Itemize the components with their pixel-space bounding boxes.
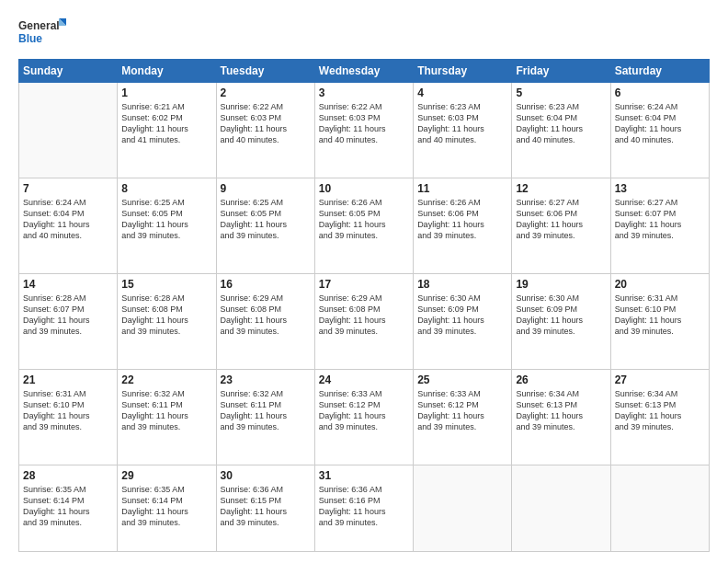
cell-line: Sunset: 6:04 PM [615,112,705,123]
cell-line: and 39 minutes. [23,326,113,337]
cell-line: Sunset: 6:06 PM [417,208,507,219]
cell-line: Daylight: 11 hours [121,315,211,326]
cell-line: Sunrise: 6:30 AM [417,293,507,304]
table-row: 8Sunrise: 6:25 AMSunset: 6:05 PMDaylight… [118,178,216,273]
day-number: 28 [23,469,113,482]
cell-line: Daylight: 11 hours [23,410,113,421]
cell-line: and 39 minutes. [417,230,507,241]
cell-line: and 39 minutes. [121,230,211,241]
cell-line: Daylight: 11 hours [121,123,211,134]
cell-line: Sunset: 6:08 PM [319,304,409,315]
cell-line: Sunset: 6:07 PM [23,304,113,315]
col-header-tuesday: Tuesday [216,60,314,83]
table-row: 22Sunrise: 6:32 AMSunset: 6:11 PMDayligh… [118,369,216,465]
cell-line: and 40 minutes. [221,134,311,145]
cell-line: Daylight: 11 hours [615,219,705,230]
cell-line: Daylight: 11 hours [319,506,409,517]
day-number: 11 [417,182,507,195]
table-row: 30Sunrise: 6:36 AMSunset: 6:15 PMDayligh… [216,465,314,551]
cell-line: Sunset: 6:11 PM [121,399,211,410]
header: General Blue [18,17,710,50]
table-row: 1Sunrise: 6:21 AMSunset: 6:02 PMDaylight… [118,83,216,178]
cell-line: and 39 minutes. [417,421,507,432]
cell-line: Sunset: 6:08 PM [121,304,211,315]
day-number: 4 [417,86,507,99]
cell-line: Daylight: 11 hours [615,410,705,421]
cell-line: and 39 minutes. [417,326,507,337]
col-header-thursday: Thursday [414,60,512,83]
table-row: 26Sunrise: 6:34 AMSunset: 6:13 PMDayligh… [512,369,610,465]
cell-line: Sunrise: 6:31 AM [23,388,113,399]
day-number: 6 [615,86,705,99]
day-number: 16 [221,278,311,291]
cell-line: Sunrise: 6:36 AM [319,484,409,495]
cell-line: Daylight: 11 hours [121,410,211,421]
day-number: 5 [516,86,606,99]
day-number: 19 [516,278,606,291]
cell-line: Sunrise: 6:22 AM [221,101,311,112]
table-row: 21Sunrise: 6:31 AMSunset: 6:10 PMDayligh… [19,369,118,465]
cell-line: Daylight: 11 hours [417,410,507,421]
cell-line: Sunset: 6:15 PM [221,495,311,506]
col-header-friday: Friday [512,60,610,83]
cell-line: Daylight: 11 hours [23,219,113,230]
cell-line: Daylight: 11 hours [516,123,606,134]
day-number: 30 [221,469,311,482]
cell-line: and 39 minutes. [319,326,409,337]
cell-line: and 39 minutes. [121,421,211,432]
day-number: 9 [221,182,311,195]
table-row: 20Sunrise: 6:31 AMSunset: 6:10 PMDayligh… [610,273,709,369]
cell-line: Daylight: 11 hours [417,123,507,134]
logo: General Blue [18,17,66,50]
col-header-monday: Monday [118,60,216,83]
cell-line: Sunset: 6:07 PM [615,208,705,219]
cell-line: Daylight: 11 hours [615,123,705,134]
table-row: 27Sunrise: 6:34 AMSunset: 6:13 PMDayligh… [610,369,709,465]
day-number: 1 [121,86,211,99]
cell-line: and 40 minutes. [319,134,409,145]
cell-line: Sunrise: 6:26 AM [417,197,507,208]
cell-line: and 40 minutes. [23,230,113,241]
cell-line: Daylight: 11 hours [221,123,311,134]
cell-line: Sunset: 6:16 PM [319,495,409,506]
day-number: 23 [221,373,311,386]
cell-line: Sunrise: 6:25 AM [121,197,211,208]
day-number: 12 [516,182,606,195]
table-row: 24Sunrise: 6:33 AMSunset: 6:12 PMDayligh… [314,369,413,465]
cell-line: Sunrise: 6:31 AM [615,293,705,304]
cell-line: Sunrise: 6:24 AM [615,101,705,112]
table-row: 7Sunrise: 6:24 AMSunset: 6:04 PMDaylight… [19,178,118,273]
cell-line: Sunrise: 6:29 AM [319,293,409,304]
logo-svg: General Blue [18,17,66,50]
cell-line: Sunrise: 6:30 AM [516,293,606,304]
day-number: 31 [319,469,409,482]
cell-line: Daylight: 11 hours [516,219,606,230]
cell-line: Daylight: 11 hours [23,315,113,326]
day-number: 22 [121,373,211,386]
cell-line: Sunrise: 6:27 AM [516,197,606,208]
cell-line: Sunset: 6:14 PM [23,495,113,506]
table-row: 18Sunrise: 6:30 AMSunset: 6:09 PMDayligh… [414,273,512,369]
cell-line: Sunset: 6:09 PM [516,304,606,315]
cell-line: and 39 minutes. [615,326,705,337]
table-row: 9Sunrise: 6:25 AMSunset: 6:05 PMDaylight… [216,178,314,273]
table-row: 29Sunrise: 6:35 AMSunset: 6:14 PMDayligh… [118,465,216,551]
table-row: 16Sunrise: 6:29 AMSunset: 6:08 PMDayligh… [216,273,314,369]
col-header-sunday: Sunday [19,60,118,83]
cell-line: Sunrise: 6:28 AM [23,293,113,304]
cell-line: Sunrise: 6:23 AM [516,101,606,112]
cell-line: and 39 minutes. [319,421,409,432]
cell-line: Daylight: 11 hours [23,506,113,517]
cell-line: Sunset: 6:04 PM [23,208,113,219]
cell-line: and 39 minutes. [121,326,211,337]
cell-line: and 39 minutes. [615,230,705,241]
cell-line: Daylight: 11 hours [121,219,211,230]
cell-line: Daylight: 11 hours [417,315,507,326]
table-row: 4Sunrise: 6:23 AMSunset: 6:03 PMDaylight… [414,83,512,178]
cell-line: and 39 minutes. [516,230,606,241]
cell-line: Daylight: 11 hours [516,315,606,326]
cell-line: Sunrise: 6:32 AM [221,388,311,399]
cell-line: and 41 minutes. [121,134,211,145]
cell-line: Sunset: 6:05 PM [221,208,311,219]
cell-line: Sunset: 6:02 PM [121,112,211,123]
